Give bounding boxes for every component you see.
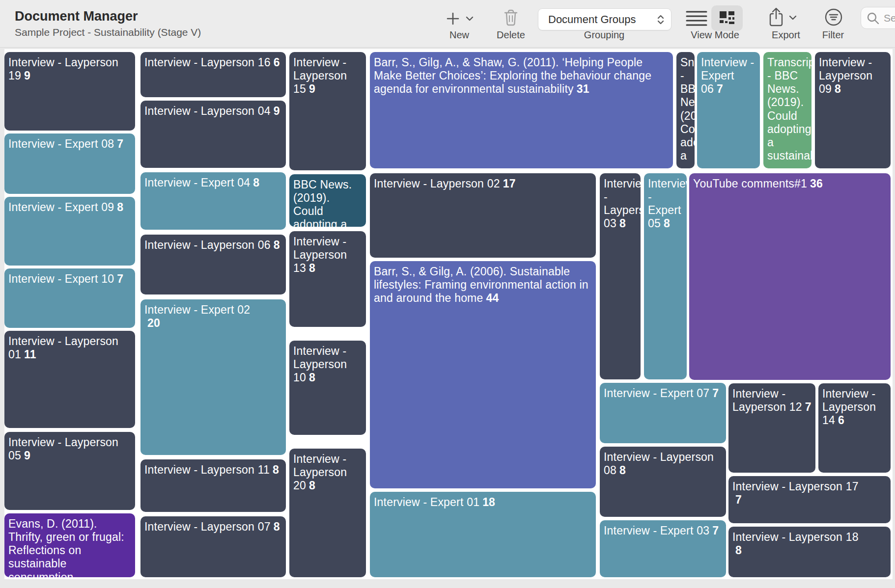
export-chevron-down-icon[interactable] (788, 14, 798, 22)
tile-count: 36 (810, 177, 823, 190)
filter-button[interactable] (823, 7, 844, 27)
export-label: Export (759, 29, 813, 41)
tile-snippet-bbc-news-2019[interactable]: Snippet - BBC News. (2019). Could adopti… (676, 52, 695, 168)
tile-interview-layperson-20[interactable]: Interview - Layperson 208 (289, 449, 366, 577)
list-icon (686, 10, 707, 27)
tile-label: Interview - Layperson 15 (293, 56, 347, 95)
view-mode-list-button[interactable] (684, 8, 709, 28)
tile-interview-layperson-07[interactable]: Interview - Layperson 078 (140, 516, 286, 577)
plus-icon (445, 11, 461, 27)
tile-interview-layperson-03[interactable]: Interview - Layperson 038 (600, 173, 641, 379)
search-icon (866, 11, 880, 25)
tile-interview-layperson-15[interactable]: Interview - Layperson 159 (289, 52, 366, 170)
tile-interview-layperson-13[interactable]: Interview - Layperson 138 (289, 231, 366, 327)
tile-count: 8 (309, 262, 315, 274)
tile-count: 9 (24, 69, 30, 82)
tile-interview-expert-05[interactable]: Interview - Expert 058 (644, 173, 687, 379)
tile-count: 17 (503, 177, 516, 190)
tile-interview-expert-06[interactable]: Interview - Expert 067 (697, 52, 760, 168)
tile-interview-layperson-11[interactable]: Interview - Layperson 118 (140, 459, 286, 512)
trash-icon (503, 9, 519, 27)
view-mode-treemap-button[interactable] (713, 7, 741, 29)
tile-evans-2011[interactable]: Evans, D. (2011). Thrifty, green or frug… (4, 513, 135, 577)
tile-label: Interview - Layperson 14 (822, 387, 876, 427)
search-placeholder: Search (884, 12, 895, 24)
tile-count: 7 (117, 137, 123, 150)
tile-label: Interview - Layperson 13 (293, 235, 347, 274)
tile-label: Interview - Expert 09 (8, 201, 114, 214)
toolbar: Document Manager Sample Project - Sustai… (0, 0, 895, 48)
tile-interview-expert-08[interactable]: Interview - Expert 087 (4, 134, 135, 194)
tile-label: Interview - Layperson 02 (374, 177, 500, 190)
tile-label: Interview - Expert 10 (8, 272, 114, 285)
filter-icon (824, 8, 843, 27)
tile-interview-expert-09[interactable]: Interview - Expert 098 (4, 197, 135, 266)
tile-count: 8 (274, 239, 280, 251)
tile-count: 11 (24, 348, 36, 361)
tile-label: Barr, S., & Gilg, A. (2006). Sustainable… (374, 265, 588, 304)
search-input[interactable]: Search (861, 7, 895, 29)
tile-interview-expert-07[interactable]: Interview - Expert 077 (600, 383, 726, 443)
delete-label: Delete (486, 29, 535, 41)
tile-count: 8 (664, 217, 670, 230)
tile-label: Interview - Expert 04 (144, 176, 250, 189)
tile-interview-expert-01[interactable]: Interview - Expert 0118 (370, 492, 596, 577)
new-button[interactable] (442, 9, 464, 28)
tile-count: 7 (735, 493, 742, 506)
tile-count: 44 (486, 292, 499, 304)
filter-label: Filter (809, 29, 858, 41)
tile-interview-expert-10[interactable]: Interview - Expert 107 (4, 268, 135, 328)
tile-interview-layperson-02[interactable]: Interview - Layperson 0217 (370, 173, 596, 258)
tile-label: Interview - Layperson 04 (144, 105, 271, 117)
tile-interview-expert-02[interactable]: Interview - Expert 0220 (140, 299, 286, 455)
page-subtitle: Sample Project - Sustainability (Stage V… (15, 27, 201, 38)
tile-barr-gilg-shaw-2011[interactable]: Barr, S., Gilg, A., & Shaw, G. (2011). ‘… (370, 52, 673, 168)
tile-count: 8 (619, 217, 626, 230)
tile-interview-layperson-06[interactable]: Interview - Layperson 068 (140, 235, 286, 294)
delete-button[interactable] (501, 7, 521, 28)
tile-count: 18 (482, 496, 495, 508)
tile-interview-layperson-12[interactable]: Interview - Layperson 127 (728, 383, 815, 473)
tile-barr-gilg-2006[interactable]: Barr, S., & Gilg, A. (2006). Sustainable… (370, 261, 596, 488)
tile-count: 7 (805, 401, 811, 413)
new-label: New (435, 29, 484, 41)
tile-interview-layperson-19[interactable]: Interview - Layperson 199 (4, 52, 135, 131)
tile-interview-layperson-01[interactable]: Interview - Layperson 0111 (4, 331, 135, 428)
tile-count: 6 (274, 56, 280, 69)
tile-count: 8 (309, 479, 315, 492)
tile-interview-layperson-08[interactable]: Interview - Layperson 088 (600, 447, 726, 517)
tile-interview-layperson-18[interactable]: Interview - Layperson 188 (728, 527, 891, 577)
export-button[interactable] (766, 6, 786, 28)
tile-count: 7 (717, 82, 723, 95)
tile-label: Interview - Expert 06 (701, 56, 754, 95)
tile-interview-layperson-16[interactable]: Interview - Layperson 166 (140, 52, 286, 97)
grouping-select[interactable]: Document Groups (538, 8, 671, 30)
tile-bbc-news-2019[interactable]: BBC News. (2019). Could adopting a (289, 174, 366, 227)
tile-label: Interview - Layperson 16 (144, 56, 271, 69)
tile-label: Interview - Expert 02 (144, 303, 250, 316)
tile-interview-layperson-09[interactable]: Interview - Layperson 098 (815, 52, 891, 168)
tile-label: Barr, S., Gilg, A., & Shaw, G. (2011). ‘… (374, 56, 651, 95)
tile-count: 8 (117, 201, 123, 214)
tile-youtube-comments-1[interactable]: YouTube comments#136 (689, 173, 891, 380)
tile-interview-layperson-14[interactable]: Interview - Layperson 146 (818, 383, 891, 473)
tile-count: 8 (253, 176, 259, 189)
view-mode-label: View Mode (687, 29, 743, 41)
tile-interview-layperson-04[interactable]: Interview - Layperson 049 (140, 101, 286, 168)
tile-interview-layperson-17[interactable]: Interview - Layperson 177 (728, 476, 891, 523)
tile-transcript-bbc-news-2019[interactable]: Transcript - BBC News. (2019). Could ado… (763, 52, 811, 168)
tile-label: Evans, D. (2011). Thrifty, green or frug… (8, 517, 124, 577)
tile-label: Snippet - BBC News. (2019). Could adopti… (680, 56, 695, 162)
share-icon (768, 7, 784, 27)
tile-interview-expert-03[interactable]: Interview - Expert 037 (600, 520, 726, 577)
tile-interview-layperson-05[interactable]: Interview - Layperson 059 (4, 432, 135, 510)
new-chevron-down-icon[interactable] (465, 15, 475, 23)
treemap-canvas: Interview - Layperson 199Interview - Exp… (4, 49, 893, 579)
tile-label: Interview - Layperson 17 (732, 480, 859, 493)
tile-label: Transcript - BBC News. (2019). Could ado… (767, 56, 811, 162)
tile-label: Interview - Expert 07 (604, 387, 709, 400)
tile-interview-layperson-10[interactable]: Interview - Layperson 108 (289, 341, 366, 435)
tile-interview-expert-04[interactable]: Interview - Expert 048 (140, 172, 286, 230)
tile-label: Interview - Expert 08 (8, 137, 114, 150)
tile-label: Interview - Layperson 06 (144, 239, 271, 251)
